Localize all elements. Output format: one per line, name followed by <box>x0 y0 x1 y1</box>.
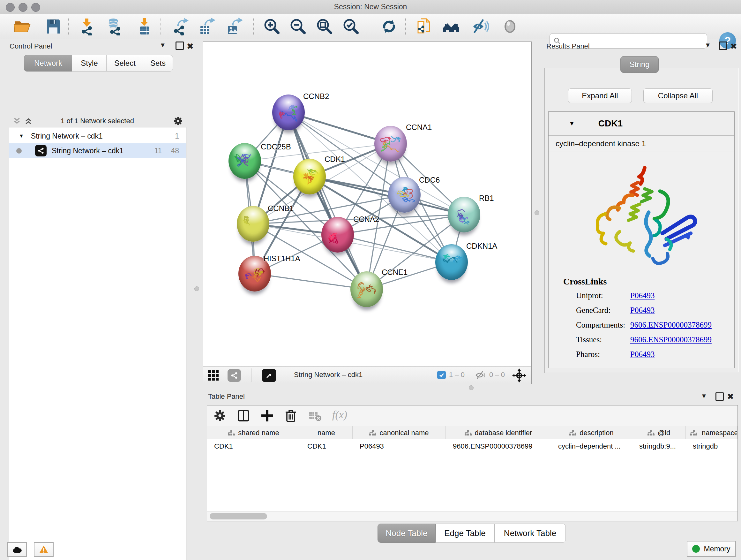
grid-view-icon[interactable] <box>208 370 219 381</box>
crosslink-value-link[interactable]: P06493 <box>630 350 655 359</box>
crosslink-label: Uniprot: <box>576 291 603 300</box>
import-network-icon[interactable] <box>79 17 97 36</box>
tab-network-table[interactable]: Network Table <box>494 523 566 543</box>
birdseye-view-icon[interactable] <box>227 369 241 382</box>
tab-style[interactable]: Style <box>72 55 107 71</box>
collapse-all-button[interactable]: Collapse All <box>643 88 713 103</box>
table-panel-close-icon[interactable]: ✖ <box>727 392 734 401</box>
table-panel-menu-icon[interactable]: ▼ <box>701 392 707 400</box>
gene-card-header[interactable]: ▼ CDK1 <box>549 112 734 136</box>
selected-checkbox-icon[interactable] <box>437 371 446 379</box>
scrollbar-thumb[interactable] <box>210 513 267 519</box>
table-row[interactable]: CDK1 CDK1 P06493 9606.ENSP00000378699 cy… <box>207 439 738 453</box>
column-header-database-identifier[interactable]: database identifier <box>446 426 551 440</box>
crosslink-value-link[interactable]: 9606.ENSP00000378699 <box>630 335 712 344</box>
network-node-CCNB1[interactable] <box>237 206 269 242</box>
network-node-CCNB2[interactable] <box>272 95 305 130</box>
memory-button[interactable]: Memory <box>687 541 736 557</box>
network-node-CDC6[interactable] <box>388 177 421 212</box>
clear-table-icon[interactable] <box>308 409 322 423</box>
zoom-fit-icon[interactable] <box>315 17 333 36</box>
results-panel-float-icon[interactable] <box>719 42 727 51</box>
refresh-icon[interactable] <box>380 17 398 36</box>
zoom-selected-icon[interactable] <box>342 17 360 36</box>
column-header-name[interactable]: name <box>300 426 353 440</box>
column-header-id[interactable]: @id <box>632 426 686 440</box>
column-header-canonical-name[interactable]: canonical name <box>353 426 446 440</box>
table-horizontal-scrollbar[interactable] <box>207 511 738 521</box>
tab-sets[interactable]: Sets <box>143 55 173 71</box>
left-splitter-handle[interactable] <box>194 287 199 291</box>
tab-select[interactable]: Select <box>106 55 144 71</box>
hide-graphics-details-icon[interactable] <box>471 17 489 36</box>
save-session-icon[interactable] <box>44 17 62 36</box>
network-canvas[interactable]: CCNB2CCNA1CDC25BCDK1CDC6RB1CCNB1CCNA2CDK… <box>203 42 531 366</box>
hidden-eye-icon[interactable] <box>475 370 486 380</box>
right-splitter-handle[interactable] <box>535 210 539 215</box>
tab-node-table[interactable]: Node Table <box>378 523 435 543</box>
memory-status-dot-icon <box>692 545 700 553</box>
network-node-CDK1[interactable] <box>293 159 326 194</box>
network-node-CCNA2[interactable] <box>321 217 354 253</box>
crosslink-value-link[interactable]: 9606.ENSP00000378699 <box>630 320 712 329</box>
cloud-status-button[interactable] <box>7 542 27 557</box>
network-options-gear-icon[interactable] <box>173 116 183 126</box>
cell-description[interactable]: cyclin–dependent ... <box>551 439 632 453</box>
export-image-icon[interactable] <box>225 17 243 36</box>
network-node-CCNA1[interactable] <box>374 126 407 162</box>
fit-content-crosshair-icon[interactable] <box>512 368 526 382</box>
expand-all-button[interactable]: Expand All <box>568 88 632 103</box>
cell-name[interactable]: CDK1 <box>300 439 353 453</box>
protein-scribble-icon <box>232 148 257 174</box>
crosslink-value-link[interactable]: P06493 <box>630 291 655 300</box>
automation-houses-icon[interactable] <box>442 17 460 36</box>
tab-edge-table[interactable]: Edge Table <box>435 523 494 543</box>
network-node-RB1[interactable] <box>448 197 480 233</box>
network-node-CDKN1A[interactable] <box>435 244 468 280</box>
cell-shared-name[interactable]: CDK1 <box>207 439 300 453</box>
results-panel-close-icon[interactable]: ✖ <box>730 42 737 51</box>
open-in-new-window-icon[interactable] <box>262 369 276 382</box>
tree-expander-icon[interactable]: ▼ <box>19 133 24 139</box>
crosslink-value-link[interactable]: P06493 <box>630 306 655 315</box>
table-settings-gear-icon[interactable] <box>213 409 227 423</box>
control-panel-menu-icon[interactable]: ▼ <box>159 42 166 49</box>
apply-function-icon[interactable]: f(x) <box>332 409 358 423</box>
open-session-icon[interactable] <box>13 17 31 36</box>
export-network-icon[interactable] <box>172 17 189 36</box>
network-list-toolbar: 1 of 1 Network selected <box>9 116 186 126</box>
tab-string[interactable]: String <box>620 56 659 73</box>
column-header-namespace[interactable]: namespace <box>686 426 738 440</box>
zoom-in-icon[interactable] <box>263 17 280 36</box>
delete-column-trash-icon[interactable] <box>284 409 298 423</box>
cell-canonical-name[interactable]: P06493 <box>353 439 446 453</box>
bottom-splitter-handle[interactable] <box>469 385 474 390</box>
control-panel-close-icon[interactable]: ✖ <box>187 42 194 51</box>
column-header-shared-name[interactable]: shared name <box>207 426 300 440</box>
crosslinks-section: CrossLinks Uniprot:P06493 GeneCard:P0649… <box>549 276 734 365</box>
control-panel-float-icon[interactable] <box>176 42 184 51</box>
export-table-icon[interactable] <box>198 17 216 36</box>
network-node-CDC25B[interactable] <box>228 143 261 179</box>
window-title: Session: New Session <box>0 3 741 11</box>
gene-collapse-icon[interactable]: ▼ <box>569 120 575 127</box>
table-panel-float-icon[interactable] <box>716 392 724 402</box>
cell-namespace[interactable]: stringdb <box>686 439 738 453</box>
tab-network[interactable]: Network <box>24 55 72 71</box>
results-panel-menu-icon[interactable]: ▼ <box>704 42 711 49</box>
node-label: CCNA2 <box>353 215 379 224</box>
copy-to-clipboard-icon[interactable] <box>415 17 433 36</box>
zoom-out-icon[interactable] <box>289 17 307 36</box>
column-header-description[interactable]: description <box>551 426 632 440</box>
warning-status-button[interactable] <box>34 542 54 557</box>
show-graphics-details-icon[interactable] <box>501 17 519 36</box>
cell-id[interactable]: stringdb:9... <box>632 439 686 453</box>
import-table-icon[interactable] <box>136 17 153 36</box>
network-node-CCNE1[interactable] <box>350 271 383 307</box>
add-column-icon[interactable] <box>260 409 274 423</box>
cell-database-identifier[interactable]: 9606.ENSP00000378699 <box>446 439 551 453</box>
network-row-selected[interactable]: String Network – cdk1 11 48 <box>9 143 186 158</box>
import-database-icon[interactable] <box>106 17 124 36</box>
toggle-columns-icon[interactable] <box>237 409 251 423</box>
network-collection-row[interactable]: ▼ String Network – cdk1 1 <box>9 129 186 143</box>
